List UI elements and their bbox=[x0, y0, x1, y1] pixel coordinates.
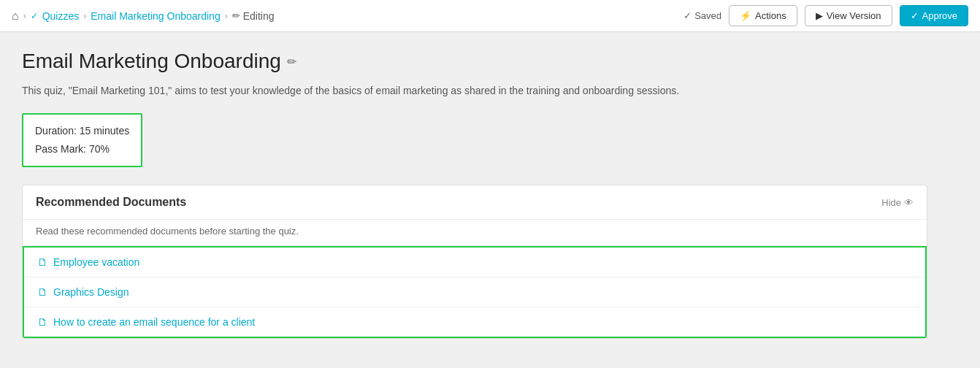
sep1: › bbox=[23, 11, 26, 21]
doc-icon: 🗋 bbox=[37, 256, 47, 268]
main-content: Email Marketing Onboarding ✏ This quiz, … bbox=[0, 32, 949, 356]
pencil-icon: ✏ bbox=[232, 10, 240, 21]
topbar: ⌂ › ✓ Quizzes › Email Marketing Onboardi… bbox=[0, 0, 980, 32]
eye-slash-icon: 👁 bbox=[904, 197, 914, 208]
doc-icon: 🗋 bbox=[37, 316, 47, 328]
list-item[interactable]: 🗋 How to create an email sequence for a … bbox=[24, 307, 925, 337]
actions-button[interactable]: ⚡ Actions bbox=[729, 5, 797, 26]
doc-name: Employee vacation bbox=[53, 256, 139, 268]
doc-list-highlighted: 🗋 Employee vacation 🗋 Graphics Design 🗋 … bbox=[23, 246, 927, 338]
list-item[interactable]: 🗋 Graphics Design bbox=[24, 277, 925, 307]
rec-docs-header: Recommended Documents Hide 👁 bbox=[23, 185, 927, 220]
breadcrumb-quizzes[interactable]: Quizzes bbox=[42, 10, 80, 22]
duration-label: Duration: 15 minutes bbox=[35, 122, 129, 140]
doc-name: Graphics Design bbox=[53, 286, 129, 298]
list-item[interactable]: 🗋 Employee vacation bbox=[24, 248, 925, 277]
page-title: Email Marketing Onboarding ✏ bbox=[22, 50, 927, 73]
breadcrumb-quiz-name[interactable]: Email Marketing Onboarding bbox=[91, 10, 220, 22]
approve-button[interactable]: ✓ Approve bbox=[900, 5, 968, 26]
quiz-description: This quiz, "Email Marketing 101," aims t… bbox=[22, 83, 927, 99]
lightning-icon: ⚡ bbox=[740, 10, 751, 21]
approve-check-icon: ✓ bbox=[911, 10, 919, 21]
title-edit-icon[interactable]: ✏ bbox=[287, 55, 296, 69]
hide-button[interactable]: Hide 👁 bbox=[881, 197, 914, 208]
sep2: › bbox=[83, 11, 86, 21]
topbar-actions: ✓ Saved ⚡ Actions ▶ View Version ✓ Appro… bbox=[684, 5, 968, 26]
view-version-button[interactable]: ▶ View Version bbox=[805, 5, 892, 26]
editing-label: ✏ Editing bbox=[232, 10, 275, 22]
rec-docs-subtitle: Read these recommended documents before … bbox=[23, 220, 927, 246]
quizzes-check-icon: ✓ bbox=[31, 11, 38, 21]
sep3: › bbox=[225, 11, 228, 21]
play-icon: ▶ bbox=[816, 10, 823, 21]
home-icon[interactable]: ⌂ bbox=[12, 9, 19, 23]
doc-icon: 🗋 bbox=[37, 286, 47, 298]
breadcrumb-area: ⌂ › ✓ Quizzes › Email Marketing Onboardi… bbox=[12, 9, 274, 23]
saved-status: ✓ Saved bbox=[684, 10, 721, 21]
rec-docs-title: Recommended Documents bbox=[36, 196, 186, 209]
recommended-docs-card: Recommended Documents Hide 👁 Read these … bbox=[22, 185, 927, 339]
saved-check-icon: ✓ bbox=[684, 10, 692, 21]
quiz-meta-box: Duration: 15 minutes Pass Mark: 70% bbox=[22, 113, 142, 167]
doc-name: How to create an email sequence for a cl… bbox=[53, 316, 255, 328]
pass-mark-label: Pass Mark: 70% bbox=[35, 140, 129, 158]
